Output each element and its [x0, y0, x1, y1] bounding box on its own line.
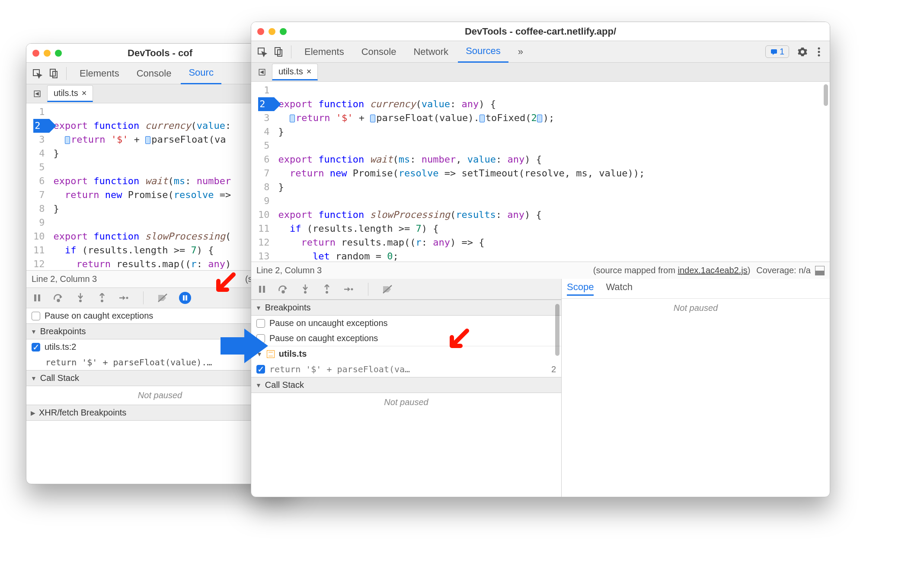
checkbox-checked[interactable]: ✓	[32, 343, 40, 352]
debugger-toolbar	[251, 279, 561, 300]
svg-rect-12	[185, 295, 187, 300]
triangle-down-icon: ▼	[256, 382, 262, 389]
pause-caught-row[interactable]: Pause on caught exceptions	[251, 331, 561, 346]
tab-elements[interactable]: Elements	[72, 63, 127, 84]
deactivate-breakpoints-icon[interactable]	[157, 292, 169, 304]
breakpoint-marker[interactable]: 2	[33, 119, 49, 133]
minimize-icon[interactable]	[269, 28, 275, 35]
gutter[interactable]: 1 2 3 4 5 6 7 8 9 10 11 12 13	[26, 103, 49, 270]
deactivate-breakpoints-icon[interactable]	[382, 284, 393, 295]
device-icon[interactable]	[271, 45, 286, 59]
toggle-bottom-pane-icon[interactable]	[815, 266, 825, 275]
close-icon[interactable]	[257, 28, 264, 35]
inspect-icon[interactable]	[30, 66, 45, 81]
navigator-icon[interactable]	[255, 65, 269, 80]
inline-breakpoint-icon[interactable]	[480, 115, 485, 122]
editor-status: Line 2, Column 3 (source mapped from ind…	[251, 262, 830, 279]
svg-point-18	[818, 51, 820, 53]
pause-uncaught-row[interactable]: Pause on uncaught exceptions	[251, 316, 561, 331]
step-icon[interactable]	[118, 292, 129, 304]
pause-on-exceptions-icon[interactable]	[179, 292, 191, 304]
step-out-icon[interactable]	[321, 284, 333, 295]
svg-point-6	[58, 300, 60, 302]
filetab-label: utils.ts	[54, 88, 78, 98]
tab-overflow[interactable]: »	[510, 41, 531, 63]
titlebar: DevTools - coffee-cart.netlify.app/	[251, 22, 830, 41]
device-icon[interactable]	[46, 66, 61, 81]
tab-scope[interactable]: Scope	[567, 281, 594, 296]
step-icon[interactable]	[343, 284, 354, 295]
pause-icon[interactable]	[32, 292, 43, 304]
close-tab-icon[interactable]: ×	[307, 67, 312, 77]
svg-rect-4	[34, 294, 36, 301]
tab-console[interactable]: Console	[354, 41, 404, 63]
checkbox-checked[interactable]: ✓	[256, 365, 265, 374]
maximize-icon[interactable]	[280, 28, 287, 35]
svg-point-8	[101, 300, 103, 302]
inline-breakpoint-icon[interactable]	[145, 136, 150, 144]
code-editor[interactable]: 1 2 3 4 5 6 7 8 9 10 11 12 13 export fun…	[251, 82, 830, 262]
inline-breakpoint-icon[interactable]	[65, 136, 70, 144]
more-icon[interactable]	[812, 45, 826, 59]
svg-rect-11	[183, 295, 185, 300]
cursor-position: Line 2, Column 3	[32, 274, 97, 284]
inline-breakpoint-icon[interactable]	[290, 115, 295, 122]
step-into-icon[interactable]	[75, 292, 86, 304]
pause-icon[interactable]	[256, 284, 268, 295]
devtools-toolbar: Elements Console Network Sources » 1	[251, 41, 830, 63]
svg-rect-5	[38, 294, 40, 301]
source-map-link[interactable]: index.1ac4eab2.js	[678, 265, 747, 275]
checkbox-unchecked[interactable]	[32, 312, 40, 320]
window-title: DevTools - coffee-cart.netlify.app/	[465, 26, 616, 37]
inline-breakpoint-icon[interactable]	[537, 115, 542, 122]
svg-point-26	[351, 288, 353, 290]
tab-console[interactable]: Console	[129, 63, 179, 84]
file-tabs: utils.ts×	[251, 63, 830, 82]
tab-elements[interactable]: Elements	[297, 41, 352, 63]
filetab-utils[interactable]: utils.ts×	[272, 64, 318, 80]
breakpoint-file-name: utils.ts	[279, 349, 307, 359]
inline-breakpoint-icon[interactable]	[370, 115, 375, 122]
tab-network[interactable]: Network	[406, 41, 456, 63]
step-over-icon[interactable]	[278, 284, 289, 295]
svg-rect-21	[259, 286, 261, 293]
annotation-blue-arrow	[221, 326, 268, 365]
gear-icon[interactable]	[795, 45, 810, 59]
code-area[interactable]: export function currency(value: return '…	[49, 103, 236, 270]
breakpoint-item[interactable]: ✓return '$' + parseFloat(va…2	[251, 361, 561, 377]
svg-point-25	[326, 291, 328, 294]
triangle-down-icon: ▼	[31, 328, 37, 335]
not-paused-label: Not paused	[251, 393, 561, 412]
filetab-utils[interactable]: utils.ts×	[47, 85, 93, 102]
breakpoint-marker[interactable]: 2	[258, 97, 274, 111]
issues-button[interactable]: 1	[765, 45, 789, 58]
step-over-icon[interactable]	[53, 292, 64, 304]
svg-point-24	[304, 291, 307, 294]
scrollbar-thumb[interactable]	[824, 84, 828, 106]
tab-watch[interactable]: Watch	[606, 281, 633, 296]
filetab-label: utils.ts	[278, 67, 303, 77]
close-tab-icon[interactable]: ×	[82, 88, 87, 98]
devtools-window-right: DevTools - coffee-cart.netlify.app/ Elem…	[251, 22, 830, 497]
maximize-icon[interactable]	[55, 50, 62, 57]
gutter[interactable]: 1 2 3 4 5 6 7 8 9 10 11 12 13	[251, 82, 274, 262]
scrollbar-thumb[interactable]	[555, 304, 560, 356]
coverage-label: Coverage: n/a	[756, 265, 811, 275]
navigator-icon[interactable]	[30, 86, 45, 101]
code-area[interactable]: export function currency(value: any) { r…	[274, 82, 649, 262]
svg-rect-16	[771, 49, 777, 54]
tab-sources[interactable]: Sources	[458, 41, 508, 63]
step-into-icon[interactable]	[300, 284, 311, 295]
svg-point-19	[818, 54, 820, 56]
close-icon[interactable]	[32, 50, 39, 57]
breakpoint-file-row[interactable]: ▼utils.ts	[251, 346, 561, 361]
triangle-down-icon: ▼	[31, 375, 37, 382]
inspect-icon[interactable]	[255, 45, 269, 59]
svg-point-7	[79, 300, 82, 302]
callstack-header[interactable]: ▼Call Stack	[251, 377, 561, 393]
breakpoints-header[interactable]: ▼Breakpoints	[251, 300, 561, 316]
minimize-icon[interactable]	[44, 50, 51, 57]
tab-sources[interactable]: Sourc	[181, 63, 221, 84]
annotation-red-arrow	[212, 270, 238, 296]
step-out-icon[interactable]	[96, 292, 108, 304]
